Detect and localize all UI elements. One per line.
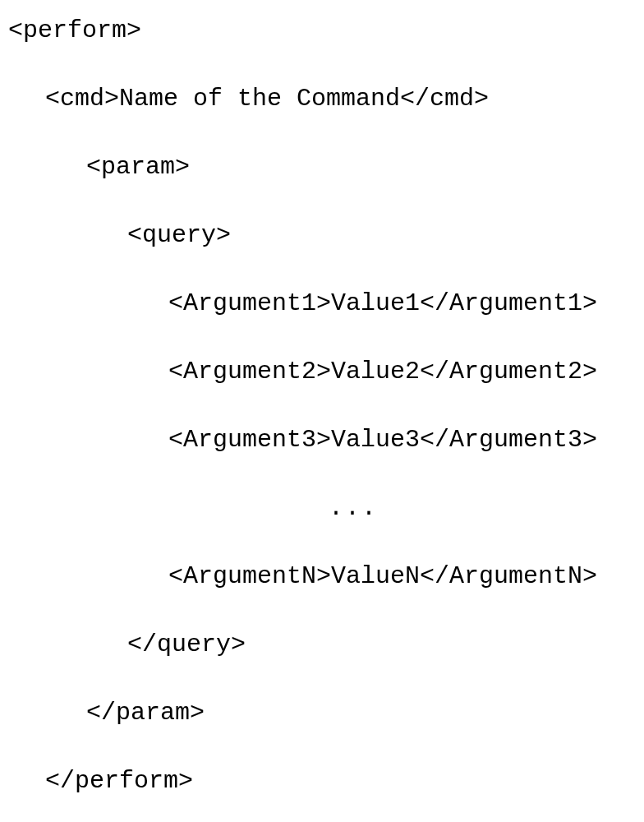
- tag-text: <param>: [86, 153, 190, 181]
- query-close-tag: </query>: [8, 629, 644, 661]
- cmd-open-tag: <cmd>: [45, 85, 119, 113]
- arg-open: <Argument3>: [168, 426, 331, 454]
- ellipsis-line: ...: [8, 492, 644, 524]
- query-open-tag: <query>: [8, 219, 644, 252]
- argument-line-2: <Argument2>Value2</Argument2>: [8, 356, 644, 388]
- argument-line-1: <Argument1>Value1</Argument1>: [8, 288, 644, 320]
- arg-open: <Argument1>: [168, 289, 331, 317]
- arg-open: <Argument2>: [168, 358, 331, 386]
- arg-open: <ArgumentN>: [168, 562, 331, 590]
- cmd-text: Name of the Command: [119, 85, 400, 113]
- cmd-close-tag: </cmd>: [400, 85, 489, 113]
- arg-value: Value2: [331, 358, 420, 386]
- arg-close: </Argument2>: [420, 358, 597, 386]
- argument-line-n: <ArgumentN>ValueN</ArgumentN>: [8, 561, 644, 593]
- cmd-line: <cmd>Name of the Command</cmd>: [8, 83, 644, 115]
- arg-close: </Argument1>: [420, 289, 597, 317]
- param-open-tag: <param>: [8, 151, 644, 183]
- arg-value: ValueN: [331, 562, 420, 590]
- tag-text: </perform>: [45, 767, 193, 795]
- perform-close-tag: </perform>: [8, 765, 644, 797]
- xml-code-block: <perform> <cmd>Name of the Command</cmd>…: [0, 0, 644, 797]
- argument-line-3: <Argument3>Value3</Argument3>: [8, 424, 644, 456]
- ellipsis: ...: [329, 494, 378, 522]
- tag-text: <query>: [127, 221, 231, 249]
- tag-text: <perform>: [8, 16, 141, 44]
- perform-open-tag: <perform>: [8, 15, 644, 47]
- arg-close: </Argument3>: [420, 426, 597, 454]
- arg-close: </ArgumentN>: [420, 562, 597, 590]
- tag-text: </query>: [127, 630, 246, 658]
- param-close-tag: </param>: [8, 697, 644, 729]
- arg-value: Value1: [331, 289, 420, 317]
- tag-text: </param>: [86, 699, 205, 727]
- arg-value: Value3: [331, 426, 420, 454]
